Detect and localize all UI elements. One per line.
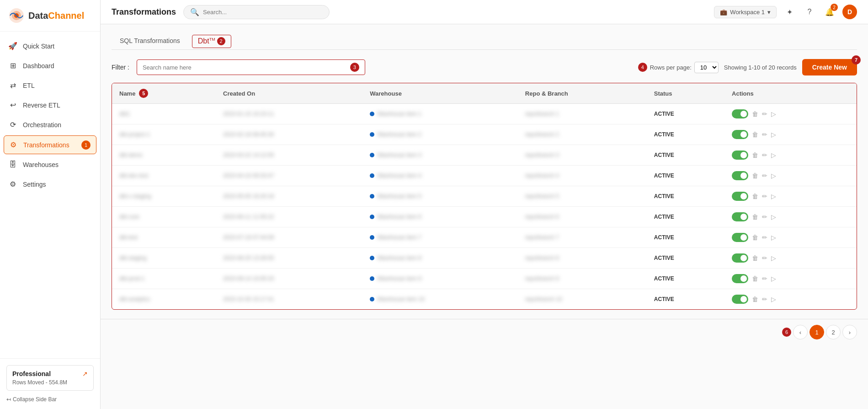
delete-icon-3[interactable]: 🗑 bbox=[752, 172, 758, 179]
rows-per-page-select[interactable]: 5 10 20 50 bbox=[694, 62, 719, 73]
table-row: dbt-project-1 2023-02-18 08:45:30 Wareho… bbox=[112, 124, 857, 145]
edit-icon-3[interactable]: ✏ bbox=[762, 172, 767, 179]
workspace-selector[interactable]: 💼 Workspace 1 ▾ bbox=[714, 6, 777, 18]
sidebar: DataChannel 🚀 Quick Start ⊞ Dashboard ⇄ … bbox=[0, 0, 101, 409]
cell-repo-7: repo/branch 8 bbox=[518, 248, 647, 269]
delete-icon-7[interactable]: 🗑 bbox=[752, 254, 758, 262]
toggle-active-2[interactable] bbox=[732, 151, 748, 160]
sidebar-item-settings[interactable]: ⚙ Settings bbox=[0, 174, 100, 194]
edit-icon-4[interactable]: ✏ bbox=[762, 193, 767, 200]
warehouses-icon: 🗄 bbox=[8, 161, 17, 169]
filter-input-wrap[interactable]: 3 bbox=[137, 59, 365, 75]
edit-icon-6[interactable]: ✏ bbox=[762, 234, 767, 241]
logo-data-text: Data bbox=[28, 11, 48, 21]
help-icon-btn[interactable]: ? bbox=[802, 5, 817, 19]
sparkle-icon-btn[interactable]: ✦ bbox=[782, 5, 797, 19]
edit-icon-2[interactable]: ✏ bbox=[762, 151, 767, 159]
cell-actions-8: 🗑 ✏ ▷ bbox=[724, 269, 857, 289]
toggle-active-6[interactable] bbox=[732, 233, 748, 242]
cell-actions-2: 🗑 ✏ ▷ bbox=[724, 145, 857, 166]
delete-icon-9[interactable]: 🗑 bbox=[752, 296, 758, 303]
pagination-page-1[interactable]: 1 bbox=[809, 325, 824, 339]
toggle-active-7[interactable] bbox=[732, 253, 748, 263]
sidebar-item-orchestration[interactable]: ⟳ Orchestration bbox=[0, 115, 100, 135]
cell-status-0: ACTIVE bbox=[647, 104, 724, 124]
toggle-active-3[interactable] bbox=[732, 171, 748, 180]
run-icon-2[interactable]: ▷ bbox=[771, 151, 776, 159]
avatar[interactable]: D bbox=[842, 5, 857, 19]
edit-icon-5[interactable]: ✏ bbox=[762, 213, 767, 221]
rocket-icon: 🚀 bbox=[8, 42, 17, 50]
run-icon-0[interactable]: ▷ bbox=[771, 110, 776, 118]
run-icon-4[interactable]: ▷ bbox=[771, 193, 776, 200]
cell-name-8: dbt-prod-1 bbox=[112, 269, 216, 289]
run-icon-3[interactable]: ▷ bbox=[771, 172, 776, 179]
edit-icon-7[interactable]: ✏ bbox=[762, 254, 767, 262]
content-inner: SQL Transformations DbtTM 2 Filter : 3 4 bbox=[101, 24, 868, 319]
toggle-active-1[interactable] bbox=[732, 130, 748, 139]
delete-icon-2[interactable]: 🗑 bbox=[752, 151, 758, 159]
pagination-next-btn[interactable]: › bbox=[842, 325, 857, 339]
filter-search-input[interactable] bbox=[143, 64, 346, 71]
sidebar-item-label: Warehouses bbox=[23, 161, 59, 168]
toggle-active-0[interactable] bbox=[732, 109, 748, 118]
search-input[interactable] bbox=[203, 9, 323, 16]
run-icon-8[interactable]: ▷ bbox=[771, 275, 776, 282]
cell-warehouse-6: Warehouse item 7 bbox=[362, 227, 518, 248]
sidebar-item-label: Orchestration bbox=[23, 121, 61, 129]
run-icon-7[interactable]: ▷ bbox=[771, 254, 776, 262]
sidebar-item-etl[interactable]: ⇄ ETL bbox=[0, 75, 100, 95]
toggle-active-5[interactable] bbox=[732, 212, 748, 221]
delete-icon-4[interactable]: 🗑 bbox=[752, 193, 758, 200]
edit-icon-1[interactable]: ✏ bbox=[762, 131, 767, 138]
dbt-sup: TM bbox=[209, 37, 215, 42]
create-new-button[interactable]: Create New 7 bbox=[802, 59, 857, 75]
cell-warehouse-1: Warehouse item 2 bbox=[362, 124, 518, 145]
edit-icon-9[interactable]: ✏ bbox=[762, 296, 767, 303]
filter-row: Filter : 3 4 Rows per page: 5 10 20 50 bbox=[112, 59, 857, 75]
sidebar-item-quick-start[interactable]: 🚀 Quick Start bbox=[0, 36, 100, 56]
sidebar-item-reverse-etl[interactable]: ↩ Reverse ETL bbox=[0, 95, 100, 115]
sidebar-item-dashboard[interactable]: ⊞ Dashboard bbox=[0, 56, 100, 75]
tabs-row: SQL Transformations DbtTM 2 bbox=[112, 33, 857, 50]
run-icon-5[interactable]: ▷ bbox=[771, 213, 776, 221]
delete-icon-8[interactable]: 🗑 bbox=[752, 275, 758, 282]
cell-created-2: 2023-03-22 14:12:05 bbox=[216, 145, 362, 166]
cell-status-1: ACTIVE bbox=[647, 124, 724, 145]
edit-icon-8[interactable]: ✏ bbox=[762, 275, 767, 282]
sidebar-item-warehouses[interactable]: 🗄 Warehouses bbox=[0, 155, 100, 174]
briefcase-icon: 💼 bbox=[720, 9, 727, 16]
th-name: Name 5 bbox=[112, 83, 216, 104]
notification-badge: 2 bbox=[831, 4, 838, 11]
plan-external-link[interactable]: ↗ bbox=[82, 370, 88, 377]
tab-dbt[interactable]: DbtTM 2 bbox=[192, 35, 231, 48]
topbar-search-box[interactable]: 🔍 bbox=[183, 5, 330, 19]
delete-icon-6[interactable]: 🗑 bbox=[752, 234, 758, 241]
logo: DataChannel bbox=[0, 0, 100, 32]
delete-icon-1[interactable]: 🗑 bbox=[752, 131, 758, 138]
plan-header: Professional ↗ bbox=[12, 370, 88, 377]
delete-icon-0[interactable]: 🗑 bbox=[752, 110, 758, 118]
pagination-prev-btn[interactable]: ‹ bbox=[793, 325, 808, 339]
pagination-page-2[interactable]: 2 bbox=[826, 325, 841, 339]
run-icon-6[interactable]: ▷ bbox=[771, 234, 776, 241]
page-title: Transformations bbox=[112, 7, 176, 17]
delete-icon-5[interactable]: 🗑 bbox=[752, 213, 758, 221]
warehouse-dot bbox=[370, 153, 374, 157]
collapse-sidebar-button[interactable]: ↤ Collapse Side Bar bbox=[6, 394, 94, 404]
cell-name-0: dbt1 bbox=[112, 104, 216, 124]
warehouse-dot bbox=[370, 194, 374, 199]
toggle-active-8[interactable] bbox=[732, 274, 748, 283]
run-icon-1[interactable]: ▷ bbox=[771, 131, 776, 138]
notification-bell-btn[interactable]: 🔔 2 bbox=[822, 5, 837, 19]
create-new-label: Create New bbox=[812, 64, 847, 71]
sidebar-item-transformations[interactable]: ⚙ Transformations 1 bbox=[4, 135, 96, 154]
table-row: dbt-core 2023-06-11 11:55:22 Warehouse i… bbox=[112, 207, 857, 227]
warehouse-dot bbox=[370, 132, 374, 137]
toggle-active-4[interactable] bbox=[732, 192, 748, 201]
edit-icon-0[interactable]: ✏ bbox=[762, 110, 767, 118]
table-row: dbt-dev-test 2023-04-10 09:33:47 Warehou… bbox=[112, 166, 857, 186]
toggle-active-9[interactable] bbox=[732, 295, 748, 304]
run-icon-9[interactable]: ▷ bbox=[771, 296, 776, 303]
tab-sql-transformations[interactable]: SQL Transformations bbox=[112, 33, 188, 50]
